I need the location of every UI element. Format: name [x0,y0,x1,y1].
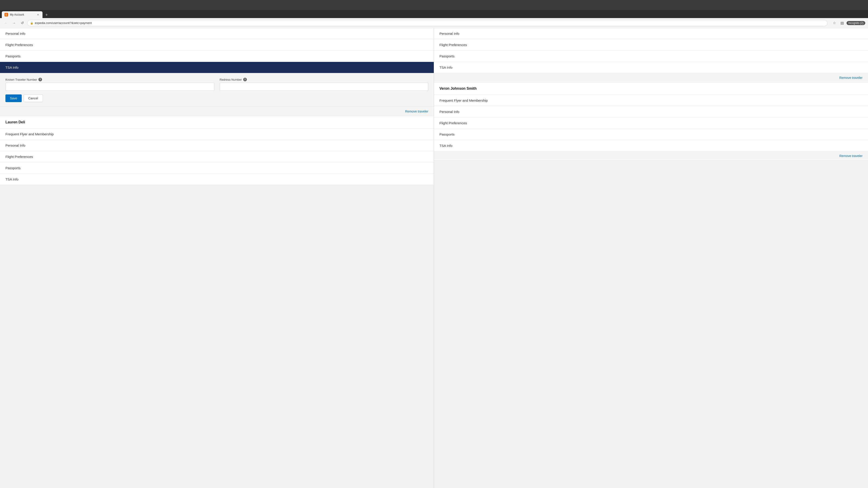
sidebar-button[interactable]: ▤ [839,20,845,26]
right-column: Personal Info Flight Preferences Passpor… [434,28,868,488]
nav-item-fp-lauren[interactable]: Flight Preferences [0,151,434,162]
tab-title: My Account [10,13,34,16]
nav-item-ff-veron[interactable]: Frequent Flyer and Membership [434,95,868,106]
veron-johnson-smith-heading: Veron Johnson Smith [434,83,868,95]
form-row: Known Traveler Number ? Redress Number ? [5,78,428,91]
redress-number-group: Redress Number ? [220,78,429,91]
nav-item-tsa-info-left[interactable]: TSA Info [0,62,434,73]
redress-label: Redress Number ? [220,78,429,81]
form-buttons: Save Cancel [5,94,428,102]
remove-traveler-link-right-top[interactable]: Remove traveler [839,76,863,79]
reload-button[interactable]: ↺ [19,20,25,26]
known-traveler-help-icon[interactable]: ? [38,78,42,81]
bookmark-button[interactable]: ☆ [831,20,837,26]
nav-item-passports-right[interactable]: Passports [434,51,868,62]
left-column: Personal Info Flight Preferences Passpor… [0,28,434,488]
known-traveler-group: Known Traveler Number ? [5,78,214,91]
remove-traveler-row-right-bottom: Remove traveler [434,151,868,161]
nav-item-tsa-lauren[interactable]: TSA Info [0,174,434,185]
redress-help-icon[interactable]: ? [243,78,247,81]
tab-bar: E My Account × + [0,10,868,18]
nav-item-pass-lauren[interactable]: Passports [0,162,434,174]
redress-number-input[interactable] [220,83,429,91]
incognito-badge[interactable]: Incognito (2) [846,21,865,25]
nav-item-passports-left[interactable]: Passports [0,51,434,62]
nav-item-flight-prefs-left[interactable]: Flight Preferences [0,39,434,51]
nav-item-tsa-info-right[interactable]: TSA Info [434,62,868,73]
nav-item-flight-prefs-right[interactable]: Flight Preferences [434,39,868,51]
forward-button[interactable]: → [11,20,17,26]
address-bar-row: ← → ↺ 🔒 expedia.com/user/account/?&selc=… [0,18,868,28]
known-traveler-input[interactable] [5,83,214,91]
back-button[interactable]: ← [3,20,9,26]
remove-traveler-link-right-bottom[interactable]: Remove traveler [839,154,863,158]
page-content: Personal Info Flight Preferences Passpor… [0,28,868,488]
nav-item-personal-info-left[interactable]: Personal Info [0,28,434,39]
tab-favicon: E [4,13,8,17]
cancel-button[interactable]: Cancel [24,94,43,102]
nav-item-ff-lauren[interactable]: Frequent Flyer and Membership [0,129,434,140]
nav-item-personal-info-right[interactable]: Personal Info [434,28,868,39]
remove-traveler-link-left[interactable]: Remove traveler [405,109,428,113]
address-bar[interactable]: 🔒 expedia.com/user/account/?&selc=paymen… [27,20,828,26]
lock-icon: 🔒 [30,22,33,25]
new-tab-button[interactable]: + [43,12,50,18]
active-tab[interactable]: E My Account × [2,11,42,18]
nav-item-pi-veron[interactable]: Personal Info [434,106,868,118]
toolbar-icons: ☆ ▤ Incognito (2) [831,20,865,26]
remove-traveler-row-left: Remove traveler [0,107,434,116]
nav-item-pass-veron[interactable]: Passports [434,129,868,140]
tab-close-button[interactable]: × [36,13,40,17]
nav-item-pi-lauren[interactable]: Personal Info [0,140,434,151]
url-text: expedia.com/user/account/?&selc=payment [35,21,825,25]
tsa-form-section: Known Traveler Number ? Redress Number ?… [0,73,434,107]
browser-titlebar [0,0,868,10]
remove-traveler-row-right-top: Remove traveler [434,73,868,83]
lauren-deli-heading: Lauren Deli [0,116,434,129]
nav-item-tsa-veron[interactable]: TSA Info [434,140,868,151]
save-button[interactable]: Save [5,94,22,102]
known-traveler-label: Known Traveler Number ? [5,78,214,81]
nav-item-fp-veron[interactable]: Flight Preferences [434,118,868,129]
